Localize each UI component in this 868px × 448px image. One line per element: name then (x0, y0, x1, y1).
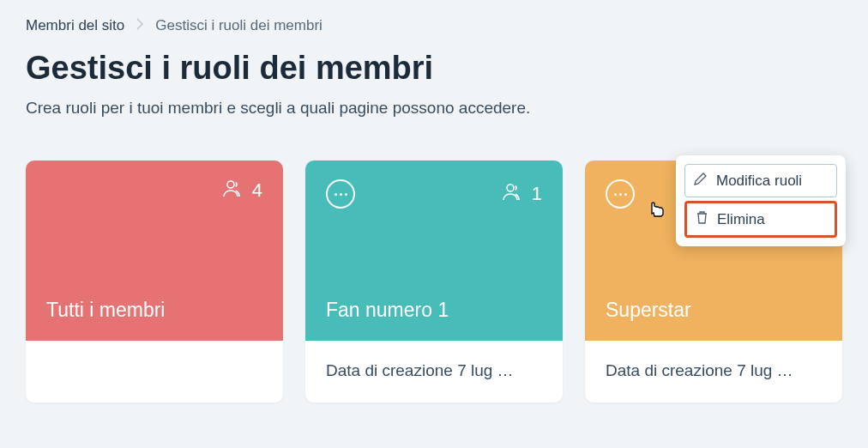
pencil-icon (694, 172, 708, 190)
member-count-value: 4 (252, 179, 262, 202)
menu-item-label: Modifica ruoli (716, 173, 802, 190)
breadcrumb-parent-link[interactable]: Membri del sito (26, 17, 124, 34)
member-count-value: 1 (532, 183, 542, 205)
creation-date: Data di creazione 7 lug … (606, 361, 822, 380)
role-name: Tutti i membri (46, 299, 262, 322)
role-card[interactable]: 4 Tutti i membri (26, 160, 283, 403)
creation-date: Data di creazione 7 lug … (326, 361, 542, 380)
breadcrumb-current: Gestisci i ruoli dei membri (155, 17, 322, 34)
member-count: 4 (223, 179, 262, 202)
members-icon (503, 183, 523, 205)
page-title: Gestisci i ruoli dei membri (26, 50, 842, 87)
role-cards: 4 Tutti i membri (26, 160, 842, 403)
card-footer (26, 341, 283, 403)
more-options-button[interactable] (606, 179, 635, 209)
breadcrumb: Membri del sito Gestisci i ruoli dei mem… (26, 17, 842, 34)
svg-point-1 (507, 185, 514, 191)
menu-item-edit-roles[interactable]: Modifica ruoli (684, 164, 837, 197)
more-icon (614, 193, 627, 196)
trash-icon (696, 210, 708, 228)
chevron-right-icon (136, 17, 143, 34)
members-icon (223, 179, 244, 202)
svg-point-0 (227, 181, 234, 188)
more-options-button[interactable] (326, 179, 355, 209)
card-footer: Data di creazione 7 lug … (585, 341, 842, 403)
role-name: Superstar (606, 299, 822, 322)
role-card[interactable]: 1 Fan numero 1 Data di creazione 7 lug … (305, 160, 563, 403)
menu-item-label: Elimina (717, 211, 765, 228)
card-footer: Data di creazione 7 lug … (305, 341, 563, 403)
menu-item-delete[interactable]: Elimina (684, 201, 837, 238)
member-count: 1 (503, 183, 542, 205)
role-card[interactable]: 1 Superstar Modifica ruoli (585, 160, 842, 403)
more-icon (335, 193, 347, 196)
context-menu: Modifica ruoli Elimina (676, 155, 846, 246)
role-name: Fan numero 1 (326, 299, 542, 322)
page-subtitle: Crea ruoli per i tuoi membri e scegli a … (26, 99, 842, 118)
